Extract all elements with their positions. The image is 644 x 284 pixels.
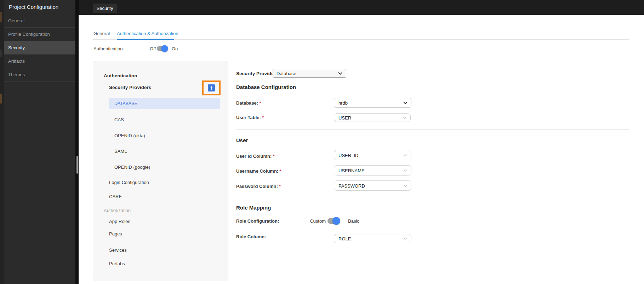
user-table-label: User Table:* xyxy=(236,115,264,120)
scrollbar-thumb[interactable] xyxy=(76,156,78,174)
security-document-tab[interactable]: Security xyxy=(93,4,117,13)
user-table-select[interactable]: USER xyxy=(334,113,411,122)
chevron-down-icon xyxy=(403,184,408,187)
toggle-custom-label: Custom xyxy=(309,218,326,224)
required-marker: * xyxy=(273,154,274,159)
database-select[interactable]: hrdb xyxy=(334,98,411,108)
rail-icon-fragment xyxy=(0,50,2,57)
database-select-value: hrdb xyxy=(338,100,348,106)
toggle-knob xyxy=(161,45,168,52)
project-config-sidebar: Project Configuration General Profile Co… xyxy=(4,0,75,284)
role-column-label: Role Column: xyxy=(236,234,267,239)
authentication-toggle[interactable] xyxy=(157,46,167,51)
security-provider-label: Security Provider xyxy=(236,71,276,76)
sidebar-item-artifacts[interactable]: Artifacts xyxy=(4,55,75,68)
nav-security-providers: Security Providers xyxy=(109,85,151,90)
sidebar-item-general[interactable]: General xyxy=(4,14,75,28)
app-window: Project Configuration General Profile Co… xyxy=(0,0,644,284)
role-column-label-text: Role Column: xyxy=(236,234,266,239)
security-nav-panel: Authentication Security Providers DATABA… xyxy=(93,61,228,281)
username-column-value: USERNAME xyxy=(338,168,365,173)
rail-icon-fragment xyxy=(0,94,2,104)
nav-item-openid-google[interactable]: OPENID (google) xyxy=(114,165,150,170)
password-column-label: Password Column:* xyxy=(236,184,281,189)
section-divider xyxy=(236,198,629,198)
section-divider xyxy=(236,129,629,130)
top-bar: Security xyxy=(79,0,644,15)
user-id-column-label-text: User Id Column: xyxy=(236,154,272,159)
chevron-down-icon xyxy=(403,237,408,240)
sidebar-item-themes[interactable]: Themes xyxy=(4,68,75,82)
chevron-down-icon xyxy=(403,169,408,172)
toggle-off-label: Off xyxy=(148,46,156,51)
active-tab-underline xyxy=(117,39,174,40)
add-security-provider-button[interactable] xyxy=(208,84,215,91)
nav-item-csrf[interactable]: CSRF xyxy=(109,194,121,199)
nav-section-authorization: Authorization xyxy=(104,208,131,213)
nav-item-pages[interactable]: Pages xyxy=(109,231,122,236)
username-column-select[interactable]: USERNAME xyxy=(334,165,411,176)
database-configuration-title: Database Configuration xyxy=(236,84,296,90)
user-id-column-select[interactable]: USER_ID xyxy=(334,150,411,160)
required-marker: * xyxy=(259,100,261,106)
rail-icon-fragment xyxy=(0,12,2,22)
required-marker: * xyxy=(279,184,281,189)
security-provider-value: Database xyxy=(277,71,296,76)
role-mapping-title: Role Mapping xyxy=(236,205,271,211)
content-area: General Authentication & Authorization A… xyxy=(79,15,644,284)
chevron-down-icon xyxy=(338,72,342,75)
nav-item-openid-okta[interactable]: OPENID (okta) xyxy=(114,133,145,138)
nav-section-authentication: Authentication xyxy=(104,73,137,78)
user-id-column-value: USER_ID xyxy=(338,152,358,158)
nav-item-services[interactable]: Services xyxy=(109,247,127,253)
user-table-label-text: User Table: xyxy=(236,115,261,120)
required-marker: * xyxy=(262,115,264,120)
security-provider-select[interactable]: Database xyxy=(273,69,346,78)
tab-general[interactable]: General xyxy=(93,31,110,36)
nav-item-saml[interactable]: SAML xyxy=(114,149,127,154)
user-section-title: User xyxy=(236,137,248,143)
sidebar-scroll-gutter xyxy=(75,0,79,284)
toggle-basic-label: Basic xyxy=(348,218,359,224)
role-column-value: ROLE xyxy=(338,236,351,241)
authentication-label: Authentication: xyxy=(93,46,124,51)
role-configuration-label: Role Configuration: xyxy=(236,218,279,224)
plus-icon xyxy=(209,86,213,90)
nav-item-app-roles[interactable]: App Roles xyxy=(109,219,130,224)
role-configuration-toggle[interactable] xyxy=(327,218,340,224)
database-field-label: Database:* xyxy=(236,100,261,106)
nav-item-cas[interactable]: CAS xyxy=(114,117,124,122)
tab-authentication-authorization[interactable]: Authentication & Authorization xyxy=(117,31,178,36)
left-icon-rail xyxy=(0,0,4,284)
chevron-down-icon xyxy=(403,116,407,119)
toggle-knob xyxy=(332,217,340,225)
user-table-select-value: USER xyxy=(338,115,351,121)
password-column-label-text: Password Column: xyxy=(236,184,278,189)
nav-item-prefabs[interactable]: Prefabs xyxy=(109,261,125,266)
chevron-down-icon xyxy=(403,101,408,104)
sidebar-title: Project Configuration xyxy=(4,0,75,14)
user-id-column-label: User Id Column:* xyxy=(236,154,274,159)
nav-item-database[interactable]: DATABASE xyxy=(109,98,220,109)
database-field-label-text: Database: xyxy=(236,100,258,106)
password-column-select[interactable]: PASSWORD xyxy=(334,180,411,191)
password-column-value: PASSWORD xyxy=(338,183,365,188)
chevron-down-icon xyxy=(403,154,408,157)
username-column-label-text: Username Column: xyxy=(236,168,278,174)
toggle-on-label: On xyxy=(172,46,178,51)
nav-item-login-configuration[interactable]: Login Configuration xyxy=(109,180,149,185)
required-marker: * xyxy=(279,168,281,174)
nav-item-database-label: DATABASE xyxy=(114,98,137,109)
sidebar-item-profile-configuration[interactable]: Profile Configuration xyxy=(4,28,75,41)
username-column-label: Username Column:* xyxy=(236,168,281,174)
sidebar-item-security[interactable]: Security xyxy=(4,41,75,55)
role-column-select[interactable]: ROLE xyxy=(334,234,411,243)
